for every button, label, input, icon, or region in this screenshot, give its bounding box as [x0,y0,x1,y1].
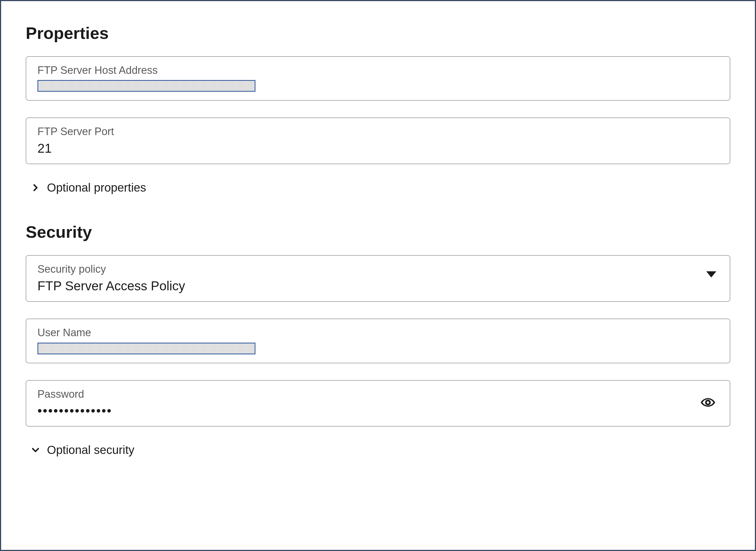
chevron-down-icon [31,446,40,454]
ftp-host-field[interactable]: FTP Server Host Address [26,56,730,101]
ftp-host-input[interactable] [37,80,255,92]
optional-properties-toggle[interactable]: Optional properties [31,181,730,194]
security-policy-select[interactable]: Security policy FTP Server Access Policy [26,255,730,302]
security-policy-label: Security policy [37,262,706,276]
password-field[interactable]: Password •••••••••••••• [26,380,730,427]
security-policy-value: FTP Server Access Policy [37,278,706,294]
properties-heading: Properties [26,23,730,43]
password-label: Password [37,387,700,401]
show-password-button[interactable] [700,395,716,412]
optional-security-toggle[interactable]: Optional security [31,443,730,457]
security-heading: Security [26,222,730,242]
ftp-port-label: FTP Server Port [37,125,719,138]
ftp-host-label: FTP Server Host Address [37,63,719,77]
user-name-label: User Name [37,326,719,340]
optional-security-label: Optional security [47,443,134,457]
optional-properties-label: Optional properties [47,181,146,194]
ftp-port-input[interactable]: 21 [37,140,719,157]
ftp-port-field[interactable]: FTP Server Port 21 [26,117,730,164]
password-input[interactable]: •••••••••••••• [37,403,700,419]
eye-icon [700,395,715,411]
user-name-input[interactable] [37,343,255,354]
user-name-field[interactable]: User Name [26,319,730,363]
svg-point-0 [706,401,710,405]
chevron-right-icon [31,183,40,192]
dropdown-caret-icon [706,271,716,278]
